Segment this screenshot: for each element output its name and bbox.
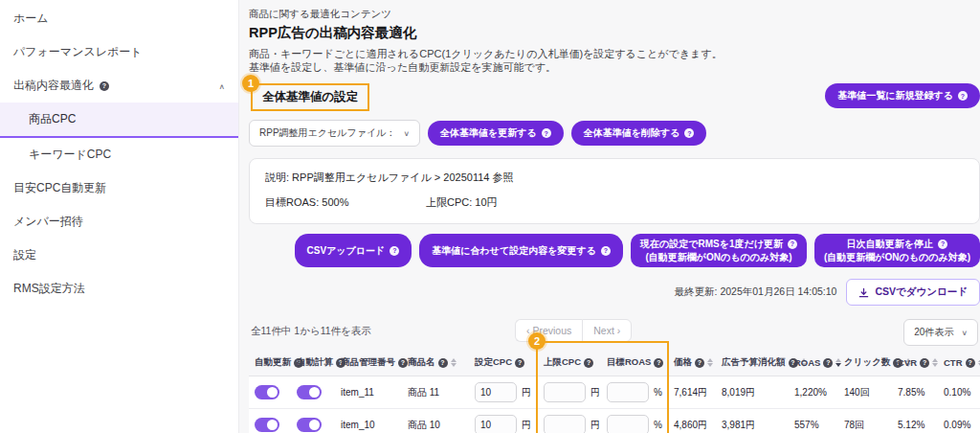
col-auto-calc: 自動計算? (291, 350, 335, 376)
sidebar-item-label: キーワードCPC (29, 147, 111, 163)
clicks-cell: 140回 (838, 376, 892, 409)
col-price[interactable]: 価格? (668, 350, 716, 376)
cvr-cell: 7.85% (892, 376, 938, 409)
help-icon[interactable]: ? (684, 128, 694, 138)
roas-cell: 557% (789, 409, 838, 433)
help-icon[interactable]: ? (823, 358, 833, 368)
help-icon[interactable]: ? (515, 358, 524, 368)
sort-icon[interactable] (451, 358, 457, 368)
cvr-cell: 5.12% (892, 409, 938, 433)
set-cpc-input[interactable] (475, 382, 517, 402)
apply-baseline-button[interactable]: 基準値に合わせて設定内容を変更する ? (419, 234, 623, 267)
description-line-2: 基準値を設定し、基準値に沿った自動更新設定を実施可能です。 (249, 60, 980, 74)
sidebar-item-label: パフォーマンスレポート (13, 44, 225, 60)
col-target-roas: 目標ROAS? (601, 350, 668, 376)
sidebar-item-settings[interactable]: 設定 (0, 239, 238, 272)
help-icon[interactable]: ? (920, 358, 929, 368)
sidebar-item-label: RMS設定方法 (13, 281, 85, 297)
help-icon[interactable]: ? (654, 358, 663, 368)
help-icon[interactable]: ? (966, 358, 975, 368)
section-title-highlight: 1 全体基準値の設定 (251, 83, 369, 111)
description-line-1: 商品・キーワードごとに適用されるCPC(1クリックあたりの入札単価)を設定するこ… (249, 47, 980, 60)
target-roas-input[interactable] (607, 415, 649, 433)
sort-icon[interactable] (835, 358, 841, 368)
price-cell: 4,860円 (668, 409, 716, 433)
excel-file-select[interactable]: RPP調整用エクセルファイル： ∨ (249, 120, 420, 147)
previous-page-button[interactable]: ‹ Previous (515, 319, 582, 342)
page-size-select[interactable]: 20件表示 ∨ (903, 319, 978, 346)
max-cpc-input[interactable] (544, 415, 586, 433)
page-title: RPP広告の出稿内容最適化 (249, 24, 980, 42)
download-icon (858, 287, 869, 298)
help-icon[interactable]: ? (584, 358, 593, 368)
results-summary: 全11件中 1から11件を表示 (251, 325, 371, 338)
sidebar-item-label: 商品CPC (29, 111, 76, 127)
baseline-description: 説明: RPP調整用エクセルファイル > 20250114 参照 (265, 171, 964, 185)
chevron-up-icon: ∧ (218, 81, 225, 90)
sidebar-item-optimize[interactable]: 出稿内容最適化 ? ∧ (0, 69, 238, 103)
help-icon[interactable]: ? (695, 358, 704, 368)
col-item-name[interactable]: 商品名? (402, 350, 469, 376)
col-clicks[interactable]: クリック数? (838, 350, 892, 376)
sidebar-item-member-invite[interactable]: メンバー招待 (0, 205, 238, 239)
target-roas-input[interactable] (607, 382, 649, 402)
help-icon[interactable]: ? (958, 91, 968, 101)
register-baseline-button[interactable]: 基準値一覧に新規登録する ? (825, 83, 980, 108)
chevron-down-icon: ∨ (961, 329, 968, 337)
help-icon[interactable]: ? (100, 81, 109, 91)
sidebar-item-product-cpc[interactable]: 商品CPC (0, 103, 238, 138)
item-code-cell: item_10 (335, 409, 402, 433)
stop-daily-update-button[interactable]: 日次自動更新を停止 ? (自動更新欄がONのもののみ対象) (814, 234, 980, 267)
csv-download-button[interactable]: CSVでダウンロード (846, 279, 980, 306)
clicks-cell: 78回 (838, 409, 892, 433)
max-cpc-value: 上限CPC: 10円 (426, 195, 498, 210)
help-icon[interactable]: ? (938, 239, 947, 249)
items-table: 自動更新? 自動計算? 商品管理番号? 商品名? 設定CPC? 上限CPC? 目… (249, 350, 980, 433)
item-name-cell: 商品 10 (402, 409, 469, 433)
sidebar-item-target-cpc-auto-update[interactable]: 目安CPC自動更新 (0, 171, 238, 205)
sidebar-item-rms-setup[interactable]: RMS設定方法 (0, 272, 238, 306)
col-set-cpc: 設定CPC? (469, 350, 538, 376)
auto-update-toggle[interactable] (255, 385, 279, 399)
help-icon[interactable]: ? (438, 358, 448, 368)
col-roas[interactable]: ROAS? (789, 350, 838, 376)
sidebar: ホーム パフォーマンスレポート 出稿内容最適化 ? ∧ 商品CPC キーワードC… (0, 0, 239, 433)
table-row: item_11 商品 11 円 円 % 7,614円 8,019円 1,220%… (249, 376, 980, 409)
csv-upload-button[interactable]: CSVアップロード ? (295, 234, 412, 267)
rms-update-once-button[interactable]: 現在の設定でRMSを1度だけ更新 ? (自動更新欄がONのもののみ対象) (631, 234, 807, 267)
sort-icon[interactable] (707, 358, 713, 368)
table-row: item_10 商品 10 円 円 % 4,860円 3,981円 557% 7… (249, 409, 980, 433)
col-cvr[interactable]: CVR? (892, 350, 938, 376)
auto-calc-toggle[interactable] (297, 418, 322, 432)
sidebar-item-keyword-cpc[interactable]: キーワードCPC (0, 138, 238, 171)
page-description: 商品・キーワードごとに適用されるCPC(1クリックあたりの入札単価)を設定するこ… (249, 47, 980, 74)
section-title: 全体基準値の設定 (251, 83, 369, 111)
help-icon[interactable]: ? (601, 246, 611, 256)
auto-calc-toggle[interactable] (297, 385, 322, 399)
help-icon[interactable]: ? (542, 128, 551, 138)
sort-icon[interactable] (932, 358, 938, 368)
sidebar-item-label: メンバー招待 (13, 214, 83, 230)
update-baseline-button[interactable]: 全体基準値を更新する ? (428, 121, 564, 146)
step-2-badge: 2 (528, 332, 546, 350)
ctr-cell: 0.09% (938, 409, 980, 433)
auto-update-toggle[interactable] (255, 418, 279, 432)
set-cpc-input[interactable] (475, 415, 517, 433)
max-cpc-input[interactable] (544, 382, 586, 402)
sidebar-item-label: 目安CPC自動更新 (13, 180, 106, 196)
help-icon[interactable]: ? (398, 358, 408, 368)
step-1-badge: 1 (242, 75, 259, 92)
delete-baseline-button[interactable]: 全体基準値を削除する ? (571, 121, 707, 146)
main-content: 商品に関する最適化コンテンツ RPP広告の出稿内容最適化 商品・キーワードごとに… (239, 0, 980, 433)
target-roas-value: 目標ROAS: 500% (265, 195, 426, 210)
help-icon[interactable]: ? (390, 246, 399, 256)
ctr-cell: 0.10% (938, 376, 980, 409)
sidebar-item-home[interactable]: ホーム (0, 2, 238, 35)
col-item-code[interactable]: 商品管理番号? (335, 350, 402, 376)
next-page-button[interactable]: Next › (582, 319, 632, 342)
col-budget-spent[interactable]: 広告予算消化額? (716, 350, 789, 376)
col-ctr[interactable]: CTR? (938, 350, 980, 376)
sidebar-item-label: 設定 (13, 247, 36, 263)
sidebar-item-performance-report[interactable]: パフォーマンスレポート (0, 35, 238, 69)
help-icon[interactable]: ? (788, 239, 797, 249)
